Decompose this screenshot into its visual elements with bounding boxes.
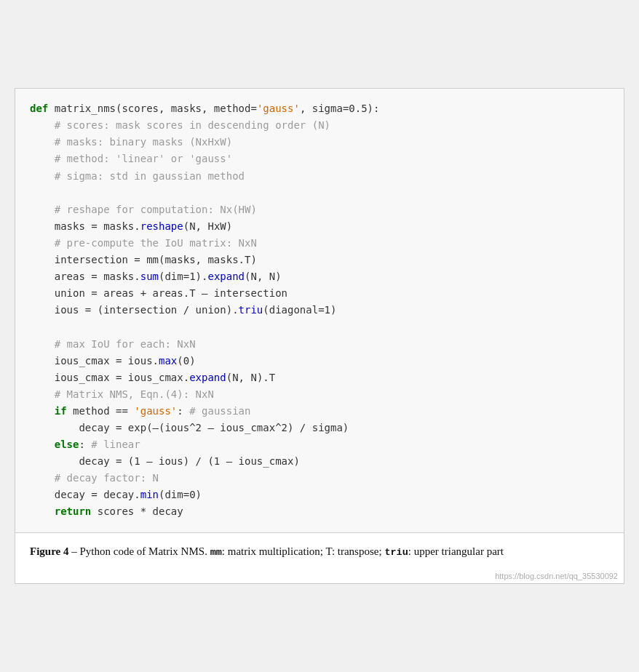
code-pre: def matrix_nms(scores, masks, method='ga… — [30, 100, 609, 520]
caption-triu: triu — [384, 547, 408, 558]
caption-dash: – — [68, 545, 79, 557]
code-block: def matrix_nms(scores, masks, method='ga… — [15, 89, 624, 532]
caption-text3: : upper triangular part — [408, 545, 504, 557]
watermark: https://blog.csdn.net/qq_35530092 — [15, 572, 624, 583]
caption-mm: mm — [210, 547, 222, 558]
caption-text2: : matrix multiplication; T: transpose; — [222, 545, 385, 557]
caption-text: Python code of Matrix NMS. — [79, 545, 210, 557]
card: def matrix_nms(scores, masks, method='ga… — [15, 88, 624, 584]
figure-label: Figure 4 — [30, 545, 68, 557]
caption-block: Figure 4 – Python code of Matrix NMS. mm… — [15, 533, 624, 572]
